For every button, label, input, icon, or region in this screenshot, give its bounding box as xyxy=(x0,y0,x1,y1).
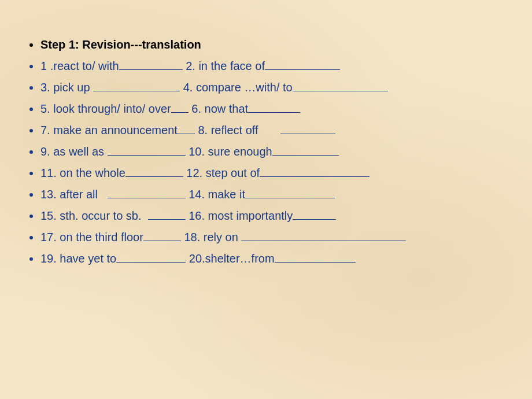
item-1-right: 2. in the face of xyxy=(186,60,340,72)
list-item-3: 5. look through/ into/ over 6. now that xyxy=(40,99,509,119)
item-4-right: 8. reflect off xyxy=(198,124,335,136)
list-item-10: 19. have yet to 20.shelter…from xyxy=(40,249,509,269)
item-7-left: 13. after all xyxy=(40,188,186,201)
item-5-left: 9. as well as xyxy=(40,145,186,158)
list-item-1: 1 .react to/ with 2. in the face of xyxy=(40,56,509,76)
item-5-right: 10. sure enough xyxy=(189,145,339,158)
list-item-5: 9. as well as 10. sure enough xyxy=(40,142,509,162)
item-3-left: 5. look through/ into/ over xyxy=(40,102,189,115)
item-9-left: 17. on the third floor xyxy=(40,231,181,243)
item-9-right: 18. rely on xyxy=(184,231,406,243)
item-10-left: 19. have yet to xyxy=(40,252,186,265)
item-8-left: 15. sth. occur to sb. xyxy=(40,209,186,222)
main-content: Step 1: Revision---translation 1 .react … xyxy=(0,0,532,293)
item-8-right: 16. most importantly xyxy=(189,209,336,222)
item-10-right: 20.shelter…from xyxy=(189,252,356,265)
list-item-7: 13. after all 14. make it xyxy=(40,184,509,205)
item-3-right: 6. now that xyxy=(191,102,300,115)
item-2-right: 4. compare …with/ to xyxy=(183,81,388,94)
title-text: Step 1: Revision---translation xyxy=(40,38,201,51)
item-6-right: 12. step out of xyxy=(186,167,370,179)
item-2-left: 3. pick up xyxy=(40,81,180,94)
list-item-4: 7. make an announcement 8. reflect off xyxy=(40,120,509,141)
item-6-left: 11. on the whole xyxy=(40,167,183,179)
list-item-6: 11. on the whole 12. step out of xyxy=(40,163,509,183)
vocabulary-list: Step 1: Revision---translation 1 .react … xyxy=(23,35,509,269)
item-1-left: 1 .react to/ with xyxy=(40,60,183,72)
list-item-title: Step 1: Revision---translation xyxy=(40,35,509,55)
item-7-right: 14. make it xyxy=(189,188,335,201)
item-4-left: 7. make an announcement xyxy=(40,124,195,136)
list-item-9: 17. on the third floor 18. rely on xyxy=(40,227,509,247)
list-item-8: 15. sth. occur to sb. 16. most important… xyxy=(40,206,509,226)
list-item-2: 3. pick up 4. compare …with/ to xyxy=(40,77,509,98)
